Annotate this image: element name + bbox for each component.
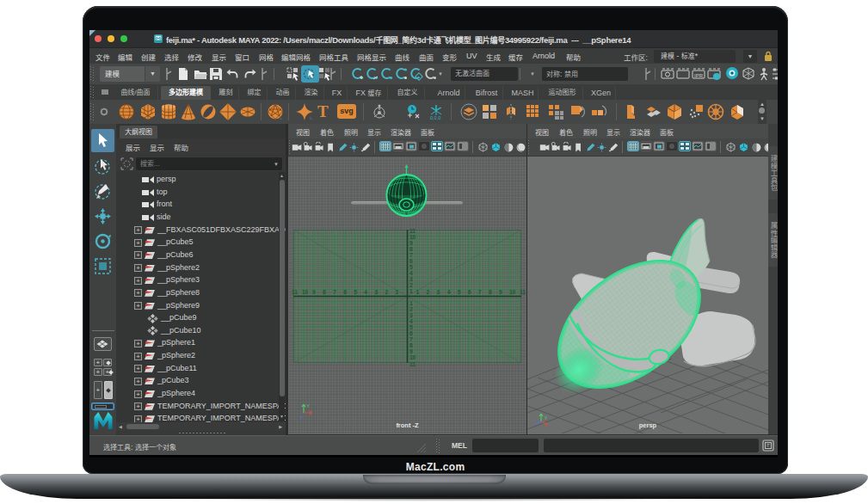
svg-text:0,0,0: 0,0,0 — [430, 115, 440, 120]
svg-text:y: y — [545, 415, 547, 420]
svg-text:z: z — [300, 415, 303, 420]
svg-text:Y: Y — [306, 403, 310, 409]
svg-text:IPR: IPR — [694, 73, 704, 78]
